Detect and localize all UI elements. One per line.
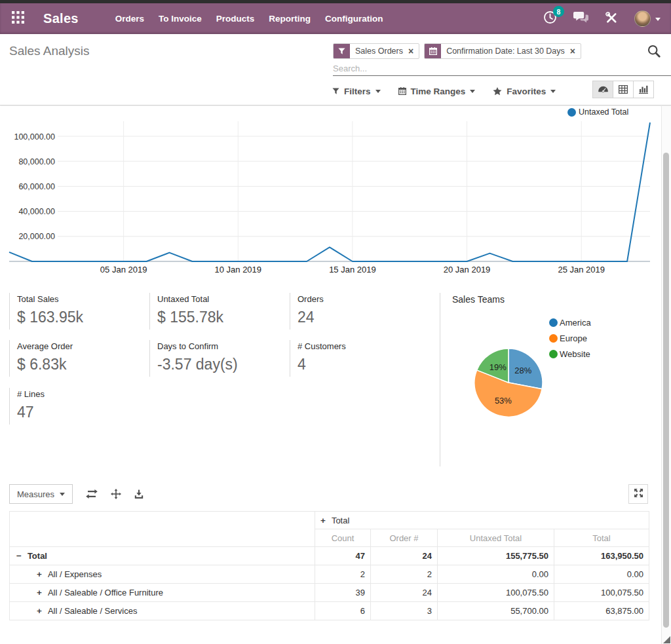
chevron-down-icon [60,493,65,499]
pivot-row-header[interactable]: +All / Expenses [10,565,315,584]
pie-legend-item-europe[interactable]: Europe [549,333,591,343]
kpi-value: $ 163.95k [17,309,140,326]
nav-item-reporting[interactable]: Reporting [269,11,311,26]
user-menu-button[interactable] [634,10,661,27]
line-chart-section: 20,000.0040,000.0060,000.0080,000.00100,… [0,106,661,278]
kpi-label: Average Order [17,340,140,351]
line-chart-legend[interactable]: Untaxed Total [567,107,628,117]
pivot-cell: 24 [371,584,438,602]
apps-menu-button[interactable] [9,10,26,28]
expand-icon[interactable]: + [320,516,326,525]
kpi-label: Untaxed Total [157,293,280,304]
nav-item-configuration[interactable]: Configuration [325,11,383,26]
pivot-column-header[interactable]: Count [315,529,371,547]
chevron-down-icon [375,90,381,96]
activity-menu-button[interactable]: 8 [543,10,557,27]
measures-button[interactable]: Measures [9,484,73,504]
pivot-column-header[interactable]: Untaxed Total [438,529,554,547]
pivot-cell: 6 [315,602,371,620]
column-group-label: Total [332,516,349,525]
facet-remove-button[interactable]: × [408,47,419,56]
tools-icon [605,11,618,27]
legend-label: America [560,318,591,328]
menu-filters[interactable]: Filters [332,86,381,96]
pivot-row-header[interactable]: +All / Saleable / Office Furniture [10,584,315,602]
pivot-column-header[interactable]: Order # [371,529,438,547]
scrollbar-thumb[interactable] [663,153,669,628]
pivot-column-group-header[interactable]: +Total [315,512,649,529]
expand-icon[interactable]: + [37,588,42,597]
user-avatar [634,10,651,27]
kpi-value: -3.57 day(s) [157,356,280,373]
pie-legend-item-america[interactable]: America [549,318,591,328]
developer-tools-button[interactable] [605,11,618,27]
pivot-table: +Total CountOrder #Untaxed TotalTotal −T… [9,511,649,620]
view-switch-dashboard-view-icon[interactable] [592,81,613,98]
sales-teams-title: Sales Teams [452,294,505,305]
legend-label: Website [560,349,590,359]
x-axis-tick-label: 05 Jan 2019 [100,265,147,275]
y-axis-tick-label: 100,000.00 [14,132,55,142]
pivot-cell: 39 [315,584,371,602]
nav-item-products[interactable]: Products [216,11,255,26]
pivot-row-header[interactable]: +All / Saleable / Services [10,602,315,620]
expand-icon[interactable]: + [37,569,42,579]
menu-time-ranges[interactable]: Time Ranges [398,86,476,96]
search-facet: Sales Orders× [333,43,419,59]
y-axis-tick-label: 80,000.00 [18,157,55,166]
pie-legend-item-website[interactable]: Website [549,349,591,359]
legend-label: Europe [560,333,587,343]
calendar-icon [398,87,406,95]
download-button[interactable] [134,489,144,499]
menu-label: Time Ranges [411,86,466,96]
kpi-label: Orders [297,293,421,304]
nav-item-to-invoice[interactable]: To Invoice [159,11,202,26]
kpi-card-untaxed-total: Untaxed Total$ 155.78k [149,293,280,330]
kpi-value: 24 [297,309,421,326]
kpi-value: $ 6.83k [17,356,140,373]
pivot-cell: 2 [371,565,438,584]
table-row: −Total4724155,775.50163,950.50 [10,547,649,565]
view-switch-pivot-view-icon[interactable] [613,81,634,98]
table-row: +All / Saleable / Services6355,700.0063,… [10,602,649,620]
download-icon [134,489,144,499]
row-label: All / Saleable / Office Furniture [48,588,163,597]
view-switch-graph-view-icon[interactable] [633,81,654,98]
resize-grip[interactable] [663,636,670,643]
pie-slice-label: 53% [495,396,512,406]
expand-icon[interactable]: + [37,606,42,616]
legend-label: Untaxed Total [579,107,628,117]
row-label: All / Expenses [48,569,102,579]
chevron-down-icon [470,90,475,96]
x-axis-tick-label: 15 Jan 2019 [329,265,376,275]
collapse-icon[interactable]: − [16,551,22,561]
expand-button[interactable] [111,489,121,499]
facet-icon-box [334,43,350,59]
y-axis-tick-label: 40,000.00 [18,207,55,216]
nav-item-orders[interactable]: Orders [115,11,144,26]
search-input[interactable] [333,61,671,75]
menu-label: Favorites [507,86,546,96]
table-row: +All / Saleable / Office Furniture392410… [10,584,649,602]
pivot-corner-cell [10,512,315,547]
sales-teams-pie-chart: 28%53%19% [467,341,550,425]
pie-slice-label: 28% [514,366,531,375]
facet-icon-box [425,43,441,59]
activity-count-badge: 8 [553,6,564,17]
search-magnifier-icon[interactable] [647,45,661,60]
pivot-column-header[interactable]: Total [554,529,649,547]
flip-axis-button[interactable] [86,489,98,499]
kpi-card-days-to-confirm: Days to Confirm-3.57 day(s) [149,340,280,377]
app-title[interactable]: Sales [43,11,79,26]
fullscreen-button[interactable] [628,484,648,504]
pivot-row-header[interactable]: −Total [10,547,315,565]
view-switcher [593,81,654,98]
facet-remove-button[interactable]: × [570,47,581,56]
messages-button[interactable] [573,12,588,26]
pivot-cell: 155,775.50 [438,547,554,565]
menu-favorites[interactable]: Favorites [493,86,556,96]
scrollbar-track[interactable] [661,106,671,644]
expand-icon [111,489,121,499]
sales-line-chart: 20,000.0040,000.0060,000.0080,000.00100,… [0,106,661,278]
kpi-label: # Customers [297,340,421,351]
